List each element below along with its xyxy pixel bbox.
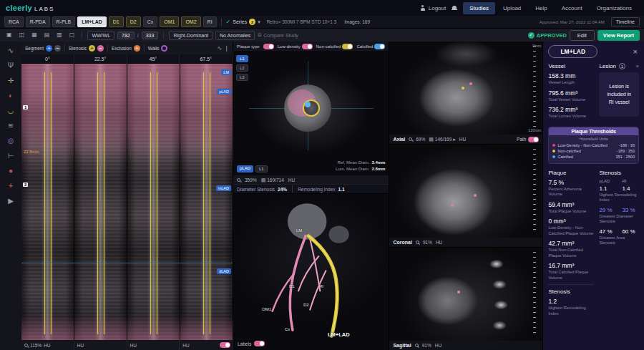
edit-button[interactable]: Edit bbox=[570, 30, 595, 41]
threshold-label: Calcified bbox=[557, 155, 572, 159]
exclusion-add-button[interactable] bbox=[134, 45, 140, 52]
legend-non-calcified[interactable]: Non-calcified bbox=[316, 44, 353, 49]
layers-tool-icon[interactable]: ≋ bbox=[8, 122, 14, 130]
vessel-tree-3d-panel[interactable]: LM D1 D2 RI OM1 Cx LM+LAD Labels bbox=[233, 194, 389, 350]
stenosis-remove-button[interactable] bbox=[97, 45, 104, 52]
step-forward-icon[interactable]: ▸ bbox=[453, 137, 456, 142]
lesion-chip[interactable]: L1 bbox=[255, 165, 268, 172]
layout-single-icon[interactable]: ▣ bbox=[4, 31, 14, 39]
segment-chip[interactable]: pLAD bbox=[237, 165, 253, 172]
mpr-viewports: 1 2 22.5mm LM pLAD mLAD dLAD bbox=[21, 64, 233, 340]
vessel-tab-ri[interactable]: RI bbox=[203, 16, 217, 27]
path-toggle-control[interactable]: Path bbox=[517, 137, 539, 142]
menu-item-help[interactable]: Help bbox=[529, 2, 553, 14]
layout-grid-icon[interactable]: ▦ bbox=[29, 31, 39, 39]
dominance-button[interactable]: Right-Dominant bbox=[169, 31, 213, 40]
layout-split-icon[interactable]: ◫ bbox=[17, 31, 27, 39]
anomalies-button[interactable]: No Anomalies bbox=[215, 31, 255, 40]
window-level-button[interactable]: WW/WL bbox=[87, 31, 114, 40]
axial-viewport[interactable] bbox=[389, 42, 542, 144]
legend-calcified[interactable]: Calcified bbox=[356, 44, 385, 49]
vessel-tab-d1[interactable]: D1 bbox=[109, 16, 124, 27]
menu-item-studies[interactable]: Studies bbox=[463, 2, 495, 14]
menu-item-upload[interactable]: Upload bbox=[497, 2, 527, 14]
labels-toggle-control[interactable]: Labels bbox=[238, 341, 265, 346]
brand-suffix: LABS bbox=[34, 6, 54, 12]
straightened-mpr-icon[interactable]: ❘ bbox=[224, 45, 229, 52]
stenosis-marker-1[interactable]: 1 bbox=[23, 105, 28, 110]
plaque-legend: Plaque type Low-density Non-calcified Ca… bbox=[233, 42, 389, 51]
angle-45: 45° bbox=[127, 54, 180, 63]
lesion-tab-l1[interactable]: L1 bbox=[236, 55, 248, 62]
mpr-overlay-toggle[interactable] bbox=[220, 342, 230, 348]
mpr-viewport-22[interactable] bbox=[74, 64, 127, 340]
vessel-tab-rplb[interactable]: R-PLB bbox=[52, 16, 76, 27]
marker-tool-icon[interactable]: ● bbox=[9, 167, 13, 175]
hu-label: HU bbox=[77, 343, 84, 348]
main-menu: Studies Upload Help Account Organization… bbox=[463, 2, 638, 14]
menu-item-organizations[interactable]: Organizations bbox=[590, 2, 638, 14]
stenosis-add-button[interactable] bbox=[89, 45, 95, 52]
layout-full-icon[interactable]: ▢ bbox=[67, 31, 77, 39]
window-level-field[interactable]: 333 bbox=[142, 31, 159, 39]
non-calcified-toggle[interactable] bbox=[342, 44, 353, 49]
segment-tool-icon[interactable]: ◐ bbox=[9, 92, 13, 99]
calcified-toggle[interactable] bbox=[374, 44, 385, 49]
arc-tool-icon[interactable]: ◡ bbox=[8, 107, 14, 115]
zoom-icon bbox=[416, 240, 419, 244]
segment-remove-button[interactable] bbox=[54, 45, 61, 52]
segment-chip-mlad[interactable]: mLAD bbox=[216, 185, 231, 191]
stenosis-marker-2[interactable]: 2 bbox=[23, 183, 28, 187]
compare-study-button[interactable]: ⧉ Compare Study bbox=[258, 32, 298, 38]
view-report-button[interactable]: View Report bbox=[597, 30, 640, 41]
vessel-tab-d2[interactable]: D2 bbox=[126, 16, 141, 27]
vessel-tab-rca[interactable]: RCA bbox=[4, 16, 24, 27]
path-toggle[interactable] bbox=[528, 137, 539, 142]
divider bbox=[221, 19, 222, 26]
crosshair-tool-icon[interactable]: ✛ bbox=[8, 77, 14, 84]
legend-low-density[interactable]: Low-density bbox=[278, 44, 313, 49]
walls-toggle[interactable] bbox=[161, 45, 167, 52]
mpr-viewport-0[interactable] bbox=[21, 64, 74, 340]
window-width-field[interactable]: 782 bbox=[117, 31, 135, 39]
low-density-dot-icon bbox=[552, 144, 555, 147]
lesion-tab-l2[interactable]: L2 bbox=[236, 64, 248, 72]
segment-chip-lm[interactable]: LM bbox=[221, 69, 231, 75]
vessel-tab-lmlad[interactable]: LM+LAD bbox=[77, 16, 107, 27]
ring-tool-icon[interactable]: ◎ bbox=[8, 137, 14, 145]
curved-mpr-icon[interactable]: ∿ bbox=[218, 45, 223, 52]
sagittal-viewport[interactable] bbox=[389, 248, 542, 350]
cross-section-viewport[interactable]: L1 L2 L3 pLAD L1 Ref. Mean Diam.3.4mm Lu… bbox=[233, 51, 389, 175]
vessel-tab-rpda[interactable]: R-PDA bbox=[26, 16, 50, 27]
stat-value: 42.7 mm³ bbox=[548, 240, 594, 247]
viewer-toolbar: ▣ ◫ ▦ ▤ ▥ ▢ WW/WL 782 / 333 Right-Domina… bbox=[0, 29, 644, 42]
stat-lumen-volume: 736.2 mm³ Total Lumen Volume bbox=[548, 106, 594, 120]
close-icon[interactable]: × bbox=[632, 48, 639, 56]
branch-tool-icon[interactable]: Ψ bbox=[8, 62, 14, 69]
lesion-next-icon[interactable]: » bbox=[636, 63, 639, 69]
mpr-viewport-45[interactable] bbox=[127, 64, 180, 340]
vessel-tab-om1[interactable]: OM1 bbox=[160, 16, 179, 27]
layout-rows-icon[interactable]: ▤ bbox=[42, 31, 52, 39]
segment-chip-dlad[interactable]: dLAD bbox=[217, 268, 231, 274]
layout-columns-icon[interactable]: ▥ bbox=[54, 31, 64, 39]
ruler-tool-icon[interactable]: ⊢ bbox=[8, 152, 14, 160]
low-density-toggle[interactable] bbox=[302, 44, 313, 49]
notifications-bell-icon[interactable] bbox=[452, 5, 457, 11]
curve-tool-icon[interactable]: ∿ bbox=[8, 47, 14, 54]
pointer-tool-icon[interactable]: ▶ bbox=[8, 198, 14, 205]
vessel-tab-cx[interactable]: Cx bbox=[143, 16, 158, 27]
logout-button[interactable]: Logout bbox=[420, 5, 446, 11]
vessel-tab-om2[interactable]: OM2 bbox=[181, 16, 200, 27]
labels-toggle[interactable] bbox=[254, 341, 265, 346]
plaque-type-toggle[interactable] bbox=[263, 44, 274, 49]
lesion-tab-l3[interactable]: L3 bbox=[236, 74, 248, 81]
series-selector[interactable]: ✓ Series 2 ▾ bbox=[226, 19, 260, 25]
menu-item-account[interactable]: Account bbox=[555, 2, 589, 14]
coronal-viewport[interactable] bbox=[389, 145, 542, 247]
mpr-viewport-67[interactable] bbox=[180, 64, 233, 340]
segment-chip-plad[interactable]: pLAD bbox=[217, 89, 231, 94]
timeline-button[interactable]: Timeline bbox=[611, 17, 640, 26]
add-lesion-tool-icon[interactable]: + bbox=[9, 183, 13, 190]
segment-add-button[interactable] bbox=[46, 45, 52, 52]
